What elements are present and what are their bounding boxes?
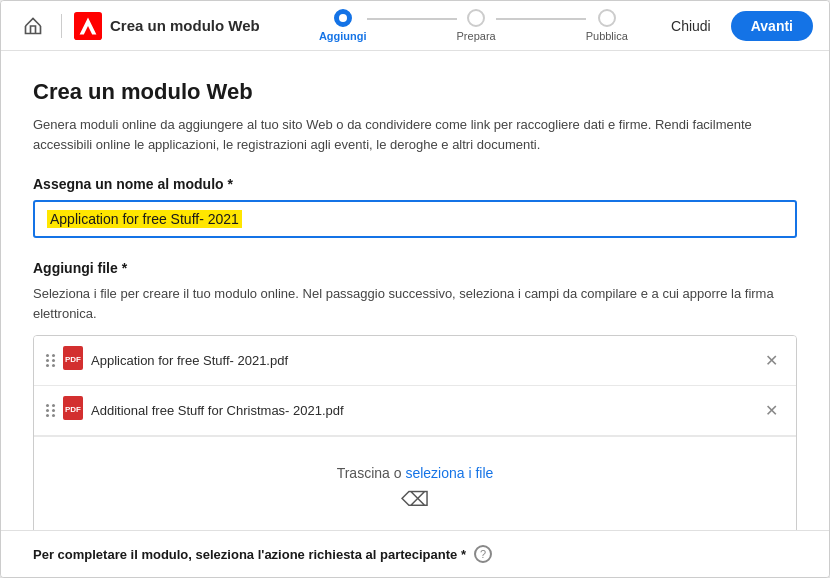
bottom-bar: Per completare il modulo, seleziona l'az… [1,530,829,577]
step-prepara: Prepara [457,9,496,42]
file-list-box: PDF Application for free Stuff- 2021.pdf… [33,335,797,530]
file-section-label: Aggiungi file * [33,260,797,276]
adobe-logo [74,12,102,40]
page-description: Genera moduli online da aggiungere al tu… [33,115,797,154]
file-remove-2[interactable]: ✕ [759,399,784,422]
cursor-hand-icon: ⌫ [401,487,429,511]
step-pubblica: Pubblica [586,9,628,42]
file-item-1: PDF Application for free Stuff- 2021.pdf… [34,336,796,386]
step-label-prepara: Prepara [457,30,496,42]
divider [61,14,62,38]
drag-handle-1[interactable] [46,354,55,367]
step-label-aggiungi: Aggiungi [319,30,367,42]
home-button[interactable] [17,10,49,42]
page-title: Crea un modulo Web [33,79,797,105]
step-label-pubblica: Pubblica [586,30,628,42]
close-button[interactable]: Chiudi [663,14,719,38]
topbar-right: Chiudi Avanti [663,11,813,41]
main-content: Crea un modulo Web Genera moduli online … [1,51,829,530]
step-circle-aggiungi [334,9,352,27]
svg-text:PDF: PDF [65,405,81,414]
step-aggiungi: Aggiungi [319,9,367,42]
next-button[interactable]: Avanti [731,11,813,41]
bottom-label: Per completare il modulo, seleziona l'az… [33,547,466,562]
file-item-2: PDF Additional free Stuff for Christmas-… [34,386,796,436]
step-circle-prepara [467,9,485,27]
svg-point-2 [339,14,347,22]
file-name-1: Application for free Stuff- 2021.pdf [91,353,759,368]
drop-zone[interactable]: Trascina o seleziona i file ⌫ [34,436,796,530]
name-section-label: Assegna un nome al modulo * [33,176,797,192]
file-remove-1[interactable]: ✕ [759,349,784,372]
name-input-wrapper[interactable]: Application for free Stuff- 2021 [33,200,797,238]
drop-zone-text: Trascina o seleziona i file [50,465,780,481]
pdf-icon-1: PDF [63,346,83,375]
pdf-icon-2: PDF [63,396,83,425]
steps-nav: Aggiungi Prepara Pubblica [284,9,663,42]
step-circle-pubblica [598,9,616,27]
svg-text:PDF: PDF [65,355,81,364]
file-section-desc: Seleziona i file per creare il tuo modul… [33,284,797,323]
drag-handle-2[interactable] [46,404,55,417]
help-icon[interactable]: ? [474,545,492,563]
topbar-title: Crea un modulo Web [110,17,260,34]
select-files-link[interactable]: seleziona i file [405,465,493,481]
step-line-1 [367,18,457,20]
file-name-2: Additional free Stuff for Christmas- 202… [91,403,759,418]
name-input-value[interactable]: Application for free Stuff- 2021 [47,210,242,228]
step-line-2 [496,18,586,20]
topbar: Crea un modulo Web Aggiungi Prepara Pubb… [1,1,829,51]
drop-text: Trascina o [337,465,406,481]
